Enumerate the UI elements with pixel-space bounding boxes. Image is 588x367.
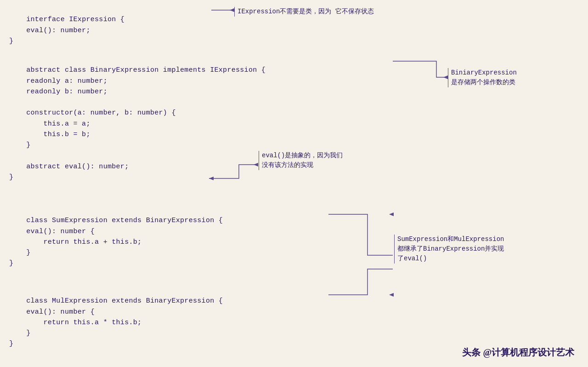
watermark: 头条 @计算机程序设计艺术 [462, 346, 574, 359]
annotation-sum-mul: SumExpression和MulExpression都继承了BinaryExp… [394, 235, 504, 264]
svg-marker-3 [443, 75, 448, 79]
main-container: interface IExpression { eval(): number; … [0, 0, 588, 367]
svg-marker-6 [389, 293, 394, 297]
code-block-binary-expression: abstract class BinaryExpression implemen… [9, 54, 266, 193]
svg-marker-2 [230, 8, 234, 12]
annotation-binary-expression: BiniaryExpression是存储两个操作数的类 [448, 68, 517, 87]
code-block-sum-expression: class SumExpression extends BinaryExpres… [9, 205, 223, 280]
annotation-iexpression: IExpression不需要是类，因为 它不保存状态 [234, 7, 374, 17]
code-block-mul-expression: class MulExpression extends BinaryExpres… [9, 285, 223, 360]
svg-marker-5 [389, 212, 394, 216]
annotation-eval-abstract: eval()是抽象的，因为我们没有该方法的实现 [259, 151, 343, 170]
code-block-interface: interface IExpression { eval(): number; … [9, 4, 124, 57]
